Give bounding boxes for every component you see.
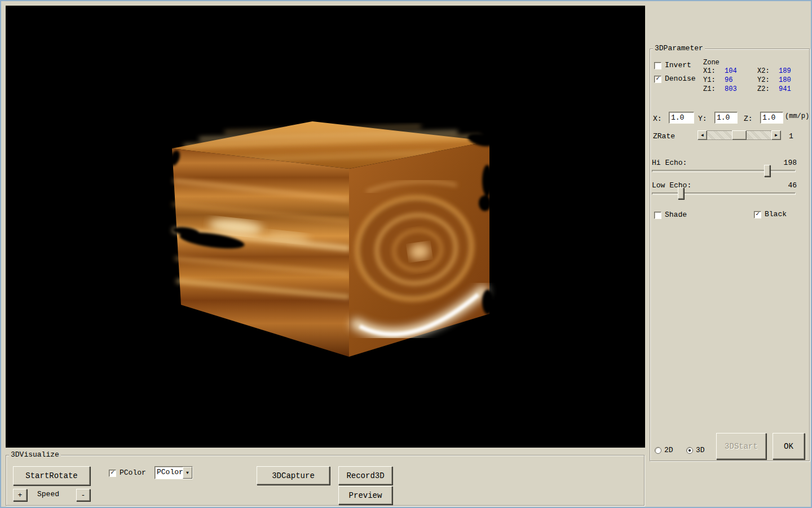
zone-y1-label: Y1:: [703, 76, 716, 85]
hi-echo-value: 198: [779, 159, 797, 167]
ok-button[interactable]: OK: [773, 433, 805, 459]
record-3d-button[interactable]: Record3D: [338, 466, 392, 485]
arrow-left-icon: ◄: [701, 133, 704, 138]
black-label: Black: [765, 210, 787, 218]
zone-x1-value: 104: [725, 67, 737, 76]
mode-3d-label: 3D: [696, 446, 705, 454]
zone-z2-label: Z2:: [757, 85, 770, 94]
zone-x2-value: 189: [779, 67, 791, 76]
denoise-label: Denoise: [665, 75, 696, 83]
zrate-value: 1: [789, 132, 793, 141]
visualize-groupbox: 3DVisualize StartRotate ✓ PColor PColor …: [6, 455, 645, 506]
zrate-track[interactable]: [707, 130, 771, 140]
zone-z1-value: 803: [725, 85, 737, 94]
volume-render: [6, 6, 645, 448]
arrow-right-icon: ►: [775, 133, 778, 138]
start3d-button[interactable]: 3DStart: [716, 433, 766, 459]
invert-checkbox[interactable]: [654, 62, 661, 69]
zrate-right-arrow[interactable]: ►: [771, 130, 781, 140]
low-echo-slider-thumb[interactable]: [678, 187, 684, 199]
hi-echo-slider-thumb[interactable]: [764, 165, 770, 177]
mode-2d-radio[interactable]: [655, 447, 661, 454]
pcolor-label: PColor: [120, 468, 146, 477]
pcolor-checkbox[interactable]: ✓: [109, 470, 116, 477]
render-viewport[interactable]: [6, 6, 645, 448]
start-rotate-button[interactable]: StartRotate: [13, 466, 90, 485]
zone-y2-value: 180: [779, 76, 791, 85]
black-checkbox[interactable]: ✓: [754, 211, 761, 218]
zone-x1-label: X1:: [703, 67, 716, 76]
preview-button[interactable]: Preview: [338, 486, 392, 505]
dropdown-arrow-icon[interactable]: ▼: [183, 467, 192, 479]
low-echo-value: 46: [779, 181, 797, 190]
invert-label: Invert: [665, 61, 691, 69]
pcolor-combobox[interactable]: PColor ▼: [155, 466, 193, 479]
zrate-thumb[interactable]: [732, 130, 747, 140]
zrate-scrollbar: ◄ ►: [698, 130, 781, 140]
hi-echo-slider-track[interactable]: [652, 170, 796, 172]
shade-checkbox[interactable]: [654, 212, 661, 219]
pcolor-combobox-value: PColor: [155, 467, 183, 479]
hi-echo-label: Hi Echo:: [652, 159, 687, 167]
zone-y2-label: Y2:: [757, 76, 770, 85]
parameter-group-title: 3DParameter: [653, 44, 705, 52]
zone-z1-label: Z1:: [703, 85, 716, 94]
check-icon: ✓: [655, 76, 661, 82]
scale-unit-label: (mm/p): [785, 112, 809, 121]
z-scale-input[interactable]: [760, 112, 783, 124]
z-scale-label: Z:: [744, 115, 753, 123]
low-echo-label: Low Echo:: [652, 181, 691, 190]
speed-minus-button[interactable]: -: [76, 489, 90, 501]
parameter-groupbox: 3DParameter Invert ✓ Denoise Zone X1: 10…: [650, 49, 810, 461]
zone-title: Zone: [703, 59, 720, 67]
zone-z2-value: 941: [779, 85, 791, 94]
zrate-left-arrow[interactable]: ◄: [698, 130, 707, 140]
x-scale-input[interactable]: [669, 112, 694, 124]
check-icon: ✓: [754, 211, 761, 217]
y-scale-input[interactable]: [714, 112, 738, 124]
app-window: 3DParameter Invert ✓ Denoise Zone X1: 10…: [0, 0, 812, 508]
low-echo-slider-track[interactable]: [652, 192, 796, 195]
mode-2d-label: 2D: [664, 446, 673, 454]
zrate-label: ZRate: [653, 132, 675, 141]
zone-x2-label: X2:: [757, 67, 770, 76]
zone-y1-value: 96: [725, 76, 732, 85]
speed-plus-button[interactable]: +: [13, 489, 27, 501]
speed-label: Speed: [37, 490, 59, 498]
mode-3d-radio[interactable]: [686, 447, 693, 454]
denoise-checkbox[interactable]: ✓: [654, 76, 661, 83]
x-scale-label: X:: [653, 115, 662, 123]
shade-label: Shade: [665, 211, 687, 219]
capture-3d-button[interactable]: 3DCapture: [257, 466, 330, 485]
visualize-group-title: 3DVisualize: [9, 450, 61, 459]
check-icon: ✓: [109, 470, 116, 476]
y-scale-label: Y:: [698, 115, 707, 123]
